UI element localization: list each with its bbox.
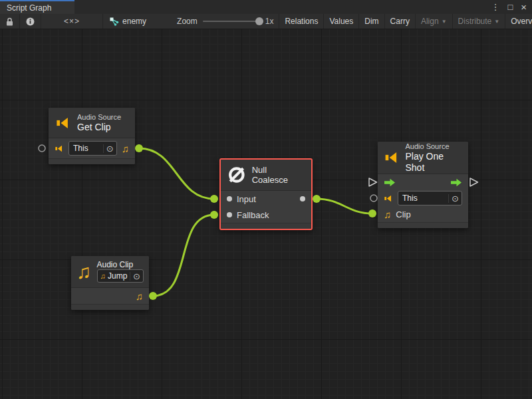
- values-button[interactable]: Values: [324, 14, 359, 29]
- carry-button[interactable]: Carry: [385, 14, 416, 29]
- graph-icon: [110, 17, 119, 26]
- info-button[interactable]: [20, 14, 41, 29]
- result-output-port[interactable]: [300, 196, 305, 201]
- node-null-coalesce[interactable]: Null Coalesce Input Fallback: [219, 158, 313, 230]
- overview-button[interactable]: Overview: [505, 14, 532, 29]
- titlebar-spacer: [74, 0, 491, 14]
- audio-source-icon: [384, 150, 399, 165]
- audio-clip-output-icon: ♫: [136, 291, 143, 301]
- node-title: Get Clip: [77, 122, 121, 133]
- get-clip-this-row: This ⊙ ♫: [49, 138, 135, 158]
- node-footer: [221, 223, 311, 229]
- node-title: Play One Shot: [405, 151, 462, 174]
- distribute-label: Distribute: [458, 17, 492, 26]
- align-label: Align: [421, 17, 439, 26]
- audio-clip-output-row: ♫: [71, 288, 149, 304]
- node-title: Null Coalesce: [252, 165, 305, 185]
- object-picker-icon[interactable]: ⊙: [448, 194, 462, 203]
- this-object-field[interactable]: This ⊙: [68, 141, 117, 156]
- object-picker-icon[interactable]: ⊙: [103, 144, 116, 153]
- flow-input-arrow-icon[interactable]: [384, 178, 396, 187]
- lock-button[interactable]: [0, 14, 20, 29]
- tab-script-graph[interactable]: Script Graph: [0, 0, 74, 14]
- null-coalesce-icon: [227, 166, 246, 184]
- zoom-slider[interactable]: [203, 21, 260, 22]
- fallback-port-label: Fallback: [237, 210, 269, 220]
- chevron-down-icon: ▼: [494, 19, 499, 25]
- window-controls: ⋮ □ ×: [491, 0, 532, 14]
- node-footer: [378, 222, 468, 228]
- audio-clip-icon: ♫: [76, 262, 92, 282]
- play-one-shot-titles: Audio Source Play One Shot: [405, 142, 462, 174]
- clip-port-row: ♫ Clip: [378, 206, 468, 222]
- input-port-row: Input: [221, 191, 311, 207]
- node-footer: [71, 304, 149, 310]
- flow-output-arrow-icon[interactable]: [450, 178, 462, 187]
- carry-label: Carry: [390, 17, 410, 26]
- zoom-label: Zoom: [177, 17, 198, 26]
- clip-port-label: Clip: [396, 209, 410, 219]
- audio-clip-output-icon: ♫: [122, 144, 129, 154]
- audio-clip-titles: Audio Clip ♫ Jump ⊙: [97, 261, 144, 283]
- align-button[interactable]: Align ▼: [416, 14, 453, 29]
- values-label: Values: [329, 17, 353, 26]
- fallback-port-row: Fallback: [221, 207, 311, 223]
- audio-clip-field-icon: ♫: [100, 273, 106, 280]
- audio-clip-header[interactable]: ♫ Audio Clip ♫ Jump ⊙: [71, 256, 149, 288]
- play-one-shot-header[interactable]: Audio Source Play One Shot: [378, 142, 468, 174]
- graph-breadcrumb[interactable]: enemy: [103, 14, 153, 29]
- input-port-label: Input: [237, 194, 256, 204]
- title-bar: Script Graph ⋮ □ ×: [0, 0, 532, 14]
- node-title: Audio Clip: [97, 261, 144, 269]
- window-menu-icon[interactable]: ⋮: [491, 3, 499, 11]
- this-value: This: [402, 194, 418, 203]
- distribute-button[interactable]: Distribute ▼: [453, 14, 506, 29]
- audio-clip-object-field[interactable]: ♫ Jump ⊙: [97, 269, 144, 283]
- get-clip-header[interactable]: Audio Source Get Clip: [49, 108, 135, 138]
- relations-button[interactable]: Relations: [279, 14, 324, 29]
- close-icon[interactable]: ×: [521, 2, 527, 12]
- play-one-shot-this-row: This ⊙: [378, 190, 468, 206]
- flow-port-row: [378, 174, 468, 190]
- tab-title: Script Graph: [7, 3, 51, 13]
- node-get-clip[interactable]: Audio Source Get Clip This ⊙ ♫: [49, 108, 135, 164]
- node-audio-clip[interactable]: ♫ Audio Clip ♫ Jump ⊙ ♫: [71, 256, 149, 310]
- code-view-button[interactable]: <×>: [41, 14, 103, 29]
- get-clip-titles: Audio Source Get Clip: [77, 113, 121, 133]
- zoom-value: 1x: [265, 17, 274, 26]
- this-object-field[interactable]: This ⊙: [398, 191, 462, 205]
- zoom-slider-handle[interactable]: [255, 17, 263, 25]
- graph-name: enemy: [122, 17, 146, 26]
- dim-button[interactable]: Dim: [359, 14, 384, 29]
- node-category: Audio Source: [77, 113, 121, 122]
- maximize-icon[interactable]: □: [507, 3, 513, 11]
- input-port[interactable]: [227, 196, 232, 201]
- fallback-port[interactable]: [227, 212, 232, 217]
- relations-label: Relations: [285, 17, 318, 26]
- code-view-icon: <×>: [47, 17, 97, 26]
- audio-clip-value: Jump: [108, 271, 127, 281]
- chevron-down-icon: ▼: [442, 19, 447, 25]
- audio-clip-input-icon: ♫: [384, 209, 391, 219]
- graph-toolbar: <×> enemy Zoom 1x Relations Values Dim C…: [0, 14, 532, 29]
- this-value: This: [73, 144, 88, 153]
- info-icon: [26, 17, 35, 26]
- object-picker-icon[interactable]: ⊙: [130, 272, 143, 281]
- node-footer: [49, 158, 135, 164]
- audio-source-icon: [55, 144, 64, 153]
- zoom-control: Zoom 1x: [172, 14, 279, 29]
- audio-source-icon: [384, 194, 393, 203]
- dim-label: Dim: [364, 17, 378, 26]
- node-play-one-shot[interactable]: Audio Source Play One Shot This ⊙ ♫ Clip: [378, 142, 468, 228]
- node-category: Audio Source: [405, 142, 462, 151]
- null-coalesce-header[interactable]: Null Coalesce: [221, 160, 311, 191]
- lock-icon: [6, 17, 13, 26]
- overview-label: Overview: [511, 17, 532, 26]
- audio-source-icon: [55, 116, 71, 130]
